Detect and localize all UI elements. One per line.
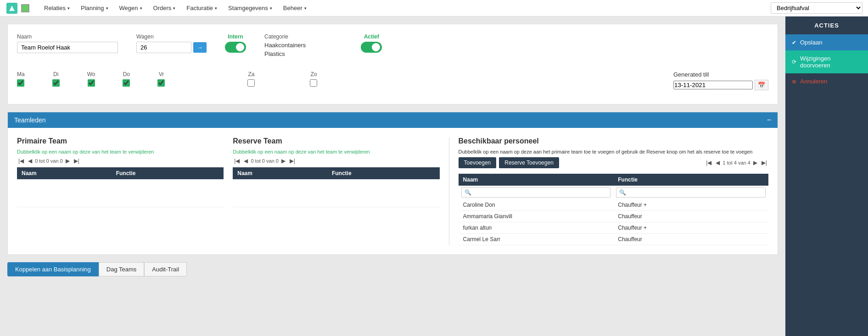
primaire-team-col: Primaire Team Dubbelklik op een naam op … — [17, 137, 233, 245]
nav-planning[interactable]: Planning▾ — [75, 0, 114, 17]
naam-label: Naam — [17, 33, 118, 40]
day-zo-checkbox[interactable] — [310, 79, 317, 87]
beschikbaar-naam-2: furkan altun — [459, 222, 614, 234]
day-wo-checkbox[interactable] — [88, 79, 95, 87]
beschikbaar-row-0[interactable]: Caroline DonChauffeur + — [459, 199, 768, 211]
beschikbaar-next-btn[interactable]: ▶ — [752, 159, 759, 166]
day-vr: Vr — [157, 71, 165, 87]
day-ma-checkbox[interactable] — [17, 79, 24, 87]
teamleden-title: Teamleden — [14, 116, 46, 124]
primaire-col-functie: Functie — [112, 167, 224, 179]
functie-search-input[interactable] — [628, 189, 762, 196]
nav-orders[interactable]: Orders▾ — [148, 0, 181, 17]
nav-relaties[interactable]: Relaties▾ — [39, 0, 75, 17]
day-wo: Wo — [87, 71, 95, 87]
day-za: Za — [247, 71, 255, 87]
day-do-checkbox[interactable] — [123, 79, 130, 87]
day-do-label: Do — [123, 71, 130, 77]
reserve-col-naam: Naam — [233, 167, 327, 179]
day-vr-checkbox[interactable] — [157, 79, 165, 87]
teamleden-body: Primaire Team Dubbelklik op een naam op … — [8, 128, 778, 254]
naam-search-input[interactable] — [473, 189, 608, 196]
opslaan-icon: ✔ — [792, 39, 796, 46]
opslaan-label: Opslaan — [800, 39, 822, 46]
wagen-label: Wagen — [136, 33, 207, 40]
beschikbaar-sub: Dubbelklik op een naam op deze aan het p… — [459, 149, 768, 154]
wijzigingen-btn[interactable]: ⟳ Wijzigingen doorvoeren — [785, 50, 868, 73]
generated-till-input[interactable] — [673, 81, 753, 89]
naam-input[interactable] — [17, 42, 118, 53]
beschikbaar-last-btn[interactable]: ▶| — [760, 159, 768, 166]
nav-items: Relaties▾ Planning▾ Wegen▾ Orders▾ Factu… — [39, 0, 771, 17]
beschikbaar-naam-1: Ammamaria Gianvill — [459, 211, 614, 222]
wijzigingen-label: Wijzigingen doorvoeren — [800, 55, 862, 69]
reserve-sub-text: Dubbelklik op een naam op deze van het t… — [233, 149, 439, 154]
tab-audit-trail[interactable]: Audit-Trail — [144, 262, 187, 276]
beschikbaar-row-1[interactable]: Ammamaria GianvillChauffeur — [459, 211, 768, 222]
opslaan-btn[interactable]: ✔ Opslaan — [785, 34, 868, 50]
beschikbaar-pager-text: 1 tot 4 van 4 — [722, 160, 750, 165]
tab-koppelen[interactable]: Koppelen aan Basisplanning — [7, 262, 99, 276]
nav-stamgegevens[interactable]: Stamgegevens▾ — [223, 0, 278, 17]
content-area: Naam Wagen → Intern — [0, 17, 785, 336]
reserve-last-btn[interactable]: ▶| — [288, 157, 297, 165]
beschikbaar-functie-3: Chauffeur — [613, 234, 768, 245]
annuleren-icon: ⊗ — [792, 78, 796, 85]
functie-search-icon: 🔍 — [619, 189, 626, 196]
actief-toggle[interactable] — [361, 42, 382, 53]
reserve-toevoegen-btn[interactable]: Reserve Toevoegen — [499, 157, 559, 168]
naam-search-th: 🔍 — [459, 186, 614, 199]
reserve-first-btn[interactable]: |◀ — [233, 157, 241, 165]
collapse-btn[interactable]: − — [767, 116, 771, 124]
actief-slider — [361, 42, 382, 53]
wagen-wrapper: → — [136, 42, 207, 53]
nav-beheer[interactable]: Beheer▾ — [278, 0, 312, 17]
teams-grid: Primaire Team Dubbelklik op een naam op … — [17, 137, 768, 245]
wagen-arrow-btn[interactable]: → — [193, 42, 207, 53]
beschikbaar-prev-btn[interactable]: ◀ — [714, 159, 721, 166]
annuleren-btn[interactable]: ⊗ Annuleren — [785, 73, 868, 89]
day-za-checkbox[interactable] — [247, 79, 255, 87]
beschikbaar-pager: |◀ ◀ 1 tot 4 van 4 ▶ ▶| — [705, 159, 768, 166]
beschikbaar-row-3[interactable]: Carmel Le SarrChauffeur — [459, 234, 768, 245]
primaire-last-btn[interactable]: ▶| — [73, 157, 81, 165]
primaire-team-title: Primaire Team — [17, 137, 224, 145]
beschikbaar-tbody: Caroline DonChauffeur +Ammamaria Gianvil… — [459, 199, 768, 245]
intern-toggle[interactable] — [225, 42, 246, 53]
nav-right: Bedrijfsafval — [771, 2, 862, 14]
acties-sidebar: ACTIES ✔ Opslaan ⟳ Wijzigingen doorvoere… — [785, 17, 868, 336]
nav-facturatie[interactable]: Facturatie▾ — [181, 0, 223, 17]
day-zo-label: Zo — [310, 71, 317, 77]
primaire-pager-text: 0 tot 0 van 0 — [35, 158, 63, 164]
beschikbaar-functie-0: Chauffeur + — [613, 199, 768, 211]
beschikbaar-row-2[interactable]: furkan altunChauffeur + — [459, 222, 768, 234]
actief-group: Actief — [361, 33, 382, 53]
teamleden-section: Teamleden − Primaire Team Dubbelklik op … — [7, 112, 778, 255]
reserve-pager: |◀ ◀ 0 tot 0 van 0 ▶ ▶| — [233, 157, 439, 165]
beschikbaar-naam-3: Carmel Le Sarr — [459, 234, 614, 245]
beschikbaar-naam-0: Caroline Don — [459, 199, 614, 211]
calendar-btn[interactable]: 📅 — [755, 80, 768, 90]
primaire-empty-row — [17, 179, 224, 207]
primaire-next-btn[interactable]: ▶ — [64, 157, 71, 165]
actief-label: Actief — [364, 33, 379, 40]
reserve-col-functie: Functie — [327, 167, 440, 179]
functie-search-th: 🔍 — [613, 186, 768, 199]
tab-dag-teams[interactable]: Dag Teams — [99, 262, 145, 276]
wagen-group: Wagen → — [136, 33, 207, 53]
reserve-prev-btn[interactable]: ◀ — [242, 157, 249, 165]
functie-search-wrap: 🔍 — [616, 187, 766, 198]
wagen-input[interactable] — [136, 42, 191, 53]
bedrijf-select[interactable]: Bedrijfsafval — [771, 2, 862, 14]
primaire-col-naam: Naam — [17, 167, 112, 179]
primaire-first-btn[interactable]: |◀ — [17, 157, 25, 165]
primaire-prev-btn[interactable]: ◀ — [27, 157, 34, 165]
date-input-wrap: 📅 — [673, 80, 768, 90]
categorie-item-0: Haakcontainers — [264, 42, 306, 49]
day-di-checkbox[interactable] — [52, 79, 60, 87]
toevoegen-btn[interactable]: Toevoegen — [459, 157, 497, 168]
reserve-next-btn[interactable]: ▶ — [280, 157, 287, 165]
beschikbaar-first-btn[interactable]: |◀ — [705, 159, 713, 166]
wijzigingen-icon: ⟳ — [792, 59, 796, 65]
nav-wegen[interactable]: Wegen▾ — [114, 0, 148, 17]
